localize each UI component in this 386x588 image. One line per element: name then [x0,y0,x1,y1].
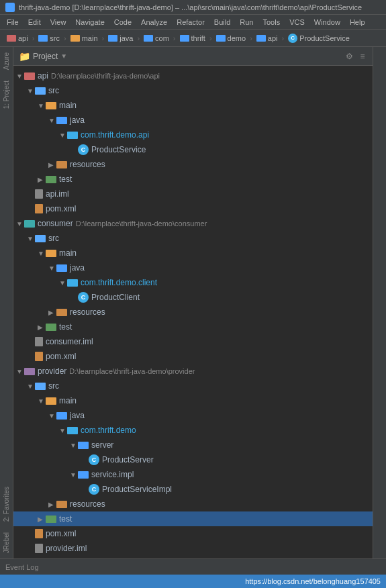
azure-tab[interactable]: Azure [1,47,11,75]
breadcrumb-productservice[interactable]: CProductService [285,32,352,44]
tree-item[interactable]: java [13,408,373,423]
tree-item[interactable]: com.thrift.demo.api [13,128,373,142]
tree-item[interactable]: server [13,438,373,452]
menu-item-vcs[interactable]: VCS [285,17,309,28]
menu-item-view[interactable]: View [46,17,70,28]
tree-item[interactable]: consumer D:\learnplace\thrift-java-demo\… [13,216,373,231]
tree-item[interactable]: resources [13,305,373,320]
breadcrumb-api[interactable]: api [254,33,281,44]
tree-item[interactable]: main [13,246,373,260]
favorites-tab[interactable]: 2: Favorites [1,481,11,527]
tree-arrow[interactable] [16,368,24,375]
tree-item[interactable]: api D:\learnplace\thrift-java-demo\api [13,68,373,83]
jrebel-tab[interactable]: JRebel [1,527,11,558]
breadcrumb-com[interactable]: com [141,33,172,44]
layout-icon[interactable]: ≡ [358,52,367,61]
breadcrumb-sep: › [102,34,105,42]
tree-item[interactable]: pom.xml [13,526,373,541]
tree-item[interactable]: main [13,98,373,113]
tree-item-icon [56,501,67,508]
tree-arrow[interactable] [38,102,46,109]
tree-arrow[interactable] [48,117,56,124]
tree-item-icon [67,427,78,434]
project-tab[interactable]: 1: Project [1,75,11,114]
tree-arrow[interactable] [70,442,78,449]
breadcrumb-thrift[interactable]: thrift [177,33,208,44]
tree-item[interactable]: provider D:\learnplace\thrift-java-demo\… [13,364,373,379]
tree-item[interactable]: java [13,113,373,128]
tree-arrow[interactable] [16,220,24,228]
tree-arrow[interactable] [27,383,35,390]
breadcrumb-demo[interactable]: demo [213,33,249,44]
tree-item[interactable]: provider.iml [13,541,373,556]
menu-item-code[interactable]: Code [110,17,136,28]
tree-arrow[interactable] [16,72,24,80]
menu-item-refactor[interactable]: Refactor [173,17,209,28]
breadcrumb-main[interactable]: main [68,33,101,44]
tree-item[interactable]: com.thrift.demo [13,423,373,438]
tree-item[interactable]: CProductService [13,142,373,157]
tree-item-label: api [38,71,48,81]
tree-item[interactable]: CProductServer [13,452,373,467]
tree-item[interactable]: api.iml [13,187,373,201]
breadcrumb-src[interactable]: src [36,33,62,44]
breadcrumb-java[interactable]: java [105,33,136,44]
tree-arrow[interactable] [38,176,46,183]
tree-item-icon [56,264,67,272]
tree-item[interactable]: main [13,393,373,408]
settings-icon[interactable]: ⚙ [344,52,354,61]
tree-item[interactable]: service.impl [13,467,373,482]
menu-item-window[interactable]: Window [310,17,344,28]
breadcrumb-sep: › [282,34,285,42]
menu-item-help[interactable]: Help [346,17,369,28]
menu-item-tools[interactable]: Tools [258,17,284,28]
tree-arrow[interactable] [48,501,56,508]
tree-item[interactable]: resources [13,497,373,511]
tree-arrow[interactable] [48,161,56,168]
tree-item[interactable]: resources [13,157,373,172]
menu-item-file[interactable]: File [3,17,23,28]
menu-item-analyze[interactable]: Analyze [137,17,171,28]
tree-arrow[interactable] [38,324,46,331]
tree-item-label: provider [38,366,66,376]
tree-item[interactable]: src [13,231,373,246]
tree-item-label: ProductServiceImpl [102,485,172,494]
tree-item[interactable]: java [13,260,373,275]
tree-item[interactable]: External Libraries [13,556,373,558]
tree-arrow[interactable] [48,264,56,272]
tree-arrow[interactable] [59,427,67,434]
tree-item[interactable]: consumer.iml [13,334,373,349]
tree-item[interactable]: test [13,320,373,334]
tree-item-icon [35,87,46,95]
tree-item[interactable]: pom.xml [13,201,373,216]
tree-item[interactable]: test [13,511,373,526]
tree-item[interactable]: pom.xml [13,349,373,364]
tree-arrow[interactable] [48,309,56,316]
tree-item[interactable]: src [13,379,373,393]
tree-item-label: pom.xml [46,529,76,538]
tree-arrow[interactable] [59,132,67,139]
menu-item-navigate[interactable]: Navigate [71,17,108,28]
tree-arrow[interactable] [38,397,46,405]
event-log[interactable]: Event Log [5,563,39,571]
left-sidebar-strip: Azure 1: Project 2: Favorites JRebel [0,47,13,558]
tree-item[interactable]: test [13,172,373,187]
menu-item-edit[interactable]: Edit [24,17,45,28]
tree-arrow[interactable] [27,235,35,242]
menu-item-build[interactable]: Build [210,17,234,28]
tree-item[interactable]: CProductServiceImpl [13,482,373,497]
breadcrumb-api[interactable]: api [4,33,31,44]
tree-arrow[interactable] [27,87,35,95]
menu-item-run[interactable]: Run [236,17,257,28]
tree-item[interactable]: CProductClient [13,290,373,305]
tree-arrow[interactable] [38,516,46,523]
tree-arrow[interactable] [48,412,56,420]
project-header: 📁 Project ▼ ⚙ ≡ [13,47,373,66]
tree-arrow[interactable] [38,250,46,257]
tree-arrow[interactable] [70,471,78,479]
tree-item-label: java [70,263,85,273]
tree-item-label: java [70,411,85,420]
tree-item[interactable]: com.thrift.demo.client [13,275,373,290]
tree-item[interactable]: src [13,83,373,98]
tree-arrow[interactable] [59,279,67,287]
